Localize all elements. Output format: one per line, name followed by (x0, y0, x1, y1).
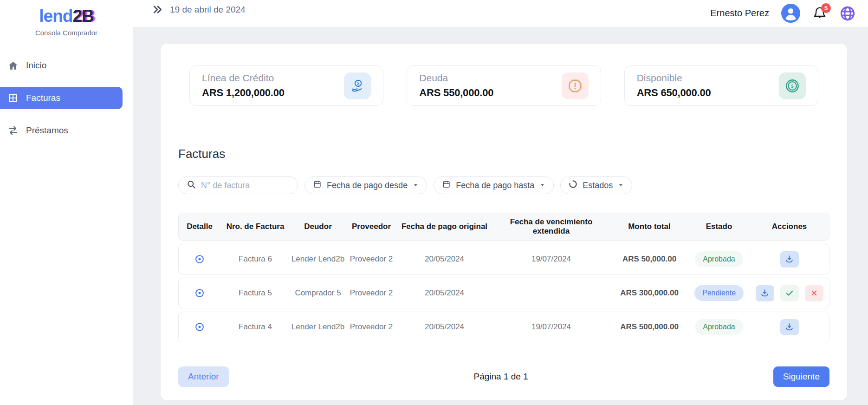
table-row: Factura 6 Lender Lend2b Proveedor 2 20/0… (178, 244, 829, 274)
chevron-down-icon (539, 181, 545, 190)
previous-page-button[interactable]: Anterior (178, 366, 229, 387)
cell-original-date: 20/05/2024 (397, 322, 492, 332)
filter-states[interactable]: Estados (560, 176, 632, 194)
table-header: Detalle Nro. de Factura Deudor Proveedor… (178, 213, 829, 241)
topbar-date: 19 de abril de 2024 (170, 5, 246, 15)
sidebar: lend2B Consola Comprador Inicio Facturas… (0, 0, 133, 405)
sidebar-item-prestamos[interactable]: Préstamos (0, 119, 123, 142)
invoice-search[interactable] (178, 176, 298, 194)
calendar-icon (313, 180, 322, 191)
sidebar-item-label: Inicio (26, 60, 46, 71)
language-button[interactable] (839, 5, 856, 22)
notifications-button[interactable]: 5 (812, 6, 827, 21)
table-row: Factura 5 Comprador 5 Proveedor 2 20/05/… (178, 278, 829, 308)
search-input[interactable] (201, 181, 290, 190)
page-info: Página 1 de 1 (229, 372, 773, 382)
filters-bar: Fecha de pago desde Fecha de pago hasta (178, 176, 829, 194)
brand-name: lend2B (5, 7, 128, 26)
filter-date-from[interactable]: Fecha de pago desde (304, 176, 427, 194)
coin-circles-icon: $ (779, 72, 806, 99)
svg-text:$: $ (791, 83, 794, 89)
view-detail-button[interactable] (194, 322, 205, 332)
status-badge: Pendiente (694, 285, 744, 301)
column-header: Nro. de Factura (220, 222, 290, 231)
content-panel: Línea de Crédito ARS 1,200,000.00 $ Deud… (161, 44, 847, 400)
svg-text:$: $ (357, 81, 360, 86)
filter-date-to[interactable]: Fecha de pago hasta (434, 176, 554, 194)
card-deuda: Deuda ARS 550,000.00 (407, 65, 601, 106)
main-content: Línea de Crédito ARS 1,200,000.00 $ Deud… (133, 27, 868, 405)
download-button[interactable] (780, 251, 799, 268)
brand-subtitle: Consola Comprador (5, 29, 128, 37)
eye-icon (194, 288, 205, 298)
summary-cards: Línea de Crédito ARS 1,200,000.00 $ Deud… (189, 65, 818, 106)
cell-extended-date: 19/07/2024 (492, 255, 610, 264)
filter-label: Fecha de pago hasta (456, 181, 534, 190)
double-chevron-right-icon[interactable] (152, 4, 163, 15)
cell-invoice: Factura 6 (220, 255, 290, 264)
cell-amount: ARS 50,000.00 (610, 255, 688, 264)
cell-provider: Proveedor 2 (346, 255, 397, 264)
page-title: Facturas (178, 147, 829, 161)
table-row: Factura 4 Lender Lend2b Proveedor 2 20/0… (178, 312, 829, 342)
sidebar-nav: Inicio Facturas Préstamos (0, 54, 133, 142)
hand-coin-icon: $ (344, 72, 371, 99)
grid-icon (7, 92, 19, 104)
sidebar-item-label: Facturas (26, 93, 60, 103)
cell-provider: Proveedor 2 (346, 288, 397, 298)
download-icon (784, 255, 794, 264)
pagination: Anterior Página 1 de 1 Siguiente (178, 366, 829, 387)
home-icon (7, 60, 19, 71)
column-header: Monto total (610, 222, 688, 231)
view-detail-button[interactable] (194, 288, 205, 298)
filter-label: Estados (583, 181, 613, 190)
sidebar-item-label: Préstamos (26, 125, 68, 136)
calendar-icon (442, 180, 451, 191)
approve-button[interactable] (780, 285, 799, 301)
notification-badge: 5 (821, 3, 831, 13)
column-header: Deudor (290, 222, 346, 231)
cell-debtor: Lender Lend2b (290, 322, 346, 332)
chevron-down-icon (413, 181, 419, 190)
cell-invoice: Factura 5 (220, 288, 290, 298)
status-badge: Aprobada (695, 319, 743, 335)
cell-amount: ARS 300,000.00 (610, 288, 688, 298)
reject-button[interactable] (805, 285, 823, 301)
user-name: Ernesto Perez (710, 8, 769, 19)
eye-icon (194, 254, 205, 264)
column-header: Estado (688, 222, 750, 231)
column-header: Fecha de pago original (397, 222, 492, 231)
status-badge: Aprobada (695, 251, 743, 267)
card-label: Línea de Crédito (202, 72, 285, 84)
swap-arrows-icon (7, 125, 19, 136)
alert-octagon-icon (562, 72, 589, 99)
cell-original-date: 20/05/2024 (397, 288, 492, 298)
download-icon (760, 288, 770, 298)
card-linea-de-credito: Línea de Crédito ARS 1,200,000.00 $ (189, 65, 383, 106)
download-button[interactable] (756, 285, 774, 301)
card-label: Deuda (419, 72, 493, 84)
sidebar-item-inicio[interactable]: Inicio (0, 54, 123, 77)
download-button[interactable] (780, 319, 799, 335)
card-label: Disponible (637, 72, 711, 84)
avatar[interactable] (781, 4, 800, 23)
cell-amount: ARS 500,000.00 (610, 322, 688, 332)
topbar: 19 de abril de 2024 Ernesto Perez 5 (133, 0, 868, 27)
brand-name-2b: 2B (72, 7, 93, 26)
cell-debtor: Comprador 5 (290, 288, 346, 298)
globe-icon (839, 5, 856, 22)
cell-debtor: Lender Lend2b (290, 255, 346, 264)
card-value: ARS 650,000.00 (637, 87, 711, 99)
cell-original-date: 20/05/2024 (397, 255, 492, 264)
search-icon (187, 180, 196, 191)
sidebar-item-facturas[interactable]: Facturas (0, 87, 123, 109)
view-detail-button[interactable] (194, 254, 205, 264)
card-disponible: Disponible ARS 650,000.00 $ (624, 65, 818, 106)
brand-name-lend: lend (39, 7, 72, 26)
column-header: Detalle (179, 222, 220, 231)
card-value: ARS 1,200,000.00 (202, 87, 285, 99)
avatar-icon (781, 4, 800, 23)
column-header: Proveedor (346, 222, 397, 231)
cell-provider: Proveedor 2 (346, 322, 397, 332)
next-page-button[interactable]: Siguiente (773, 366, 829, 387)
